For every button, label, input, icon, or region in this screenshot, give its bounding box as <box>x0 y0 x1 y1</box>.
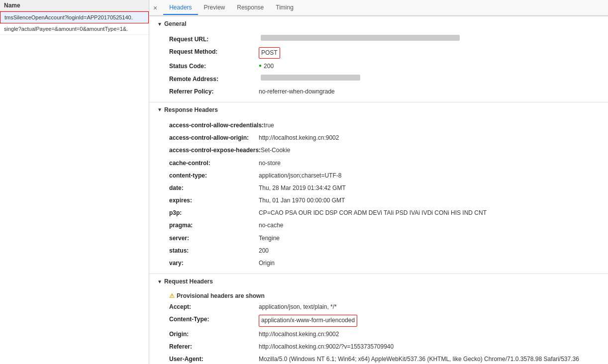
triangle-icon: ▼ <box>157 107 162 112</box>
general-row-status: Status Code: ● 200 <box>149 60 608 73</box>
general-title: General <box>164 20 187 27</box>
tab-headers[interactable]: Headers <box>163 1 198 15</box>
provisional-text: Provisional headers are shown <box>177 292 265 299</box>
status-code-value: 200 <box>264 62 274 71</box>
rh-row-11: vary: Origin <box>149 257 608 270</box>
content-area: ▼ General Request URL: Request Method: P… <box>149 16 608 364</box>
list-item[interactable]: single?actualPayee=&amount=0&amountType=… <box>0 23 149 35</box>
request-headers-content: ⚠ Provisional headers are shown Accept: … <box>149 289 608 364</box>
general-section-header[interactable]: ▼ General <box>149 16 608 31</box>
tab-timing[interactable]: Timing <box>270 1 300 15</box>
rh-row-6: expires: Thu, 01 Jan 1970 00:00:00 GMT <box>149 194 608 207</box>
general-row-remote: Remote Address: <box>149 73 608 86</box>
right-panel: × Headers Preview Response Timing ▼ Gene… <box>149 0 608 364</box>
triangle-icon: ▼ <box>157 279 162 284</box>
list-item[interactable]: tmsSilenceOpenAccount?loginId=APP2017052… <box>0 11 149 23</box>
general-section-content: Request URL: Request Method: POST Status… <box>149 31 608 102</box>
general-row-referrer: Referrer Policy: no-referrer-when-downgr… <box>149 86 608 98</box>
request-headers-section: ▼ Request Headers ⚠ Provisional headers … <box>149 273 608 364</box>
general-row-method: Request Method: POST <box>149 46 608 60</box>
referrer-policy-key: Referrer Policy: <box>169 87 259 96</box>
column-header: Name <box>0 0 149 11</box>
request-headers-section-header[interactable]: ▼ Request Headers <box>149 273 608 289</box>
tab-preview[interactable]: Preview <box>198 1 231 15</box>
rh-row-0: access-control-allow-credentials: true <box>149 119 608 132</box>
status-code-key: Status Code: <box>169 62 259 71</box>
referrer-policy-value: no-referrer-when-downgrade <box>259 87 335 96</box>
response-headers-section: ▼ Response Headers access-control-allow-… <box>149 102 608 273</box>
provisional-note: ⚠ Provisional headers are shown <box>149 291 608 301</box>
response-headers-title: Response Headers <box>164 106 218 113</box>
rh-row-8: pragma: no-cache <box>149 219 608 232</box>
rh-row-4: content-type: application/json;charset=U… <box>149 170 608 182</box>
req-row-1: Content-Type: application/x-www-form-url… <box>149 313 608 328</box>
request-headers-title: Request Headers <box>164 278 213 285</box>
remote-address-key: Remote Address: <box>169 75 259 84</box>
request-method-key: Request Method: <box>169 47 259 59</box>
response-headers-section-header[interactable]: ▼ Response Headers <box>149 102 608 117</box>
rh-row-2: access-control-expose-headers: Set-Cooki… <box>149 144 608 157</box>
req-row-0: Accept: application/json, text/plain, */… <box>149 301 608 313</box>
general-row-url: Request URL: <box>149 33 608 46</box>
left-panel: Name tmsSilenceOpenAccount?loginId=APP20… <box>0 0 149 364</box>
warning-icon: ⚠ <box>169 292 175 299</box>
rh-row-1: access-control-allow-origin: http://loca… <box>149 132 608 144</box>
rh-row-3: cache-control: no-store <box>149 157 608 170</box>
triangle-icon: ▼ <box>157 21 162 27</box>
rh-row-10: status: 200 <box>149 245 608 257</box>
remote-address-value <box>261 75 360 81</box>
rh-row-5: date: Thu, 28 Mar 2019 01:34:42 GMT <box>149 182 608 194</box>
request-method-value: POST <box>259 47 280 59</box>
req-row-2: Origin: http://localhost.keking.cn:9002 <box>149 328 608 341</box>
rh-row-9: server: Tengine <box>149 232 608 245</box>
rh-row-7: p3p: CP=CAO PSA OUR IDC DSP COR ADM DEVi… <box>149 207 608 219</box>
req-row-4: User-Agent: Mozilla/5.0 (Windows NT 6.1;… <box>149 353 608 364</box>
request-url-key: Request URL: <box>169 35 259 44</box>
tabs-bar: × Headers Preview Response Timing <box>149 0 608 16</box>
status-dot: ● <box>259 62 262 71</box>
req-row-3: Referer: http://localhost.keking.cn:9002… <box>149 341 608 353</box>
tab-response[interactable]: Response <box>231 1 270 15</box>
general-section: ▼ General Request URL: Request Method: P… <box>149 16 608 102</box>
request-url-value <box>261 35 460 41</box>
response-headers-content: access-control-allow-credentials: true a… <box>149 117 608 273</box>
close-icon[interactable]: × <box>153 4 157 11</box>
